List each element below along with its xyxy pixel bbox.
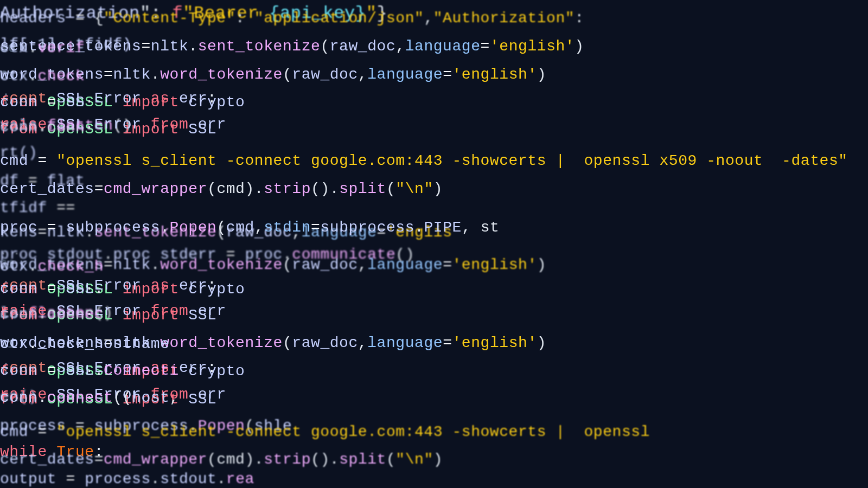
code-fragment: cert_dates=cmd_wrapper(cmd).strip().spli…	[0, 452, 443, 467]
code-fragment: headers = {"Content-Type": "application/…	[0, 11, 584, 26]
code-fragment: ctx.check_h	[0, 259, 104, 274]
code-fragment: cmd = "openssl s_client -connect google.…	[0, 425, 650, 440]
code-fragment: tfidf ==	[0, 201, 75, 216]
code-fragment: output = process.stdout.rea	[0, 472, 254, 487]
code-fragment: ctx.verif	[0, 41, 85, 56]
code-fragment: cmd = "openssl s_client -connect google.…	[0, 153, 848, 169]
code-fragment: conn = SSL.	[0, 281, 104, 297]
code-fragment: cert_dates=cmd_wrapper(cmd).strip().spli…	[0, 182, 443, 197]
code-fragment: conn.conn	[0, 120, 85, 135]
code-fragment: conn = SSL.Connecti	[0, 363, 179, 378]
code-fragment: ctx.check_hostname	[0, 337, 170, 352]
code-fragment: proc = subprocess.Popen(cmd,stdin=subpro…	[0, 220, 499, 235]
code-fragment: conn.connec	[0, 307, 104, 322]
code-fragment: conn.connect((host,	[0, 390, 179, 406]
code-line: sentence_tokens=nltk.sent_tokenize(raw_d…	[0, 39, 584, 54]
code-fragment: ctx.check	[0, 69, 85, 84]
code-fragment: conn = SS	[0, 95, 85, 110]
code-collage: Authorization": f"Bearer {api_key}"} hea…	[0, 0, 868, 488]
